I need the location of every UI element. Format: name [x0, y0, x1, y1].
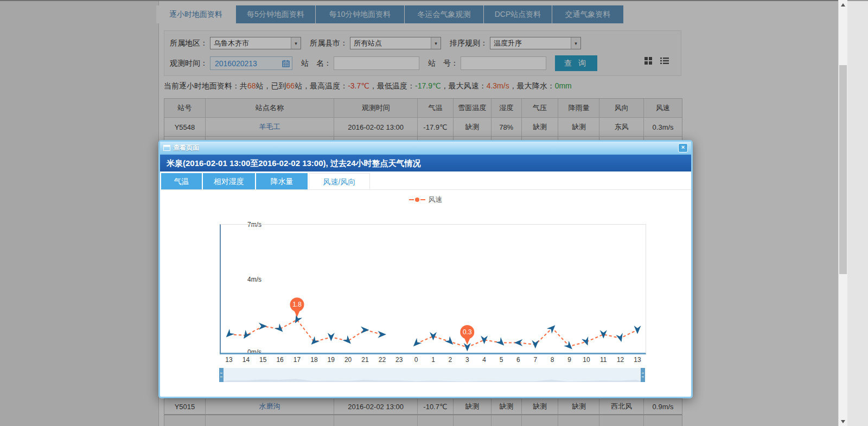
window-icon — [163, 145, 170, 151]
x-axis-tick: 22 — [374, 356, 390, 364]
svg-text:1.8: 1.8 — [292, 301, 302, 308]
tab-relative-humidity[interactable]: 相对湿度 — [203, 173, 255, 189]
wind-direction-arrow — [342, 335, 353, 346]
x-axis-tick: 13 — [221, 356, 237, 364]
wind-direction-arrow — [224, 329, 234, 340]
x-axis-tick: 14 — [238, 356, 254, 364]
wind-chart-svg: 1.80.3 — [221, 225, 646, 353]
x-axis-tick: 13 — [629, 356, 646, 364]
wind-direction-arrow — [582, 336, 591, 347]
wind-direction-arrow — [634, 326, 641, 334]
dialog-title: 查看页面 — [173, 143, 199, 152]
wind-speed-chart: 1.80.3 — [220, 224, 646, 354]
scroll-down-icon — [841, 420, 845, 423]
data-zoom-slider[interactable] — [220, 368, 644, 382]
x-axis-tick: 2 — [442, 356, 458, 364]
wind-direction-arrow — [328, 333, 335, 341]
dialog-titlebar[interactable]: 查看页面 × — [160, 142, 691, 155]
legend-marker — [409, 198, 425, 202]
wind-direction-arrow — [309, 336, 320, 347]
x-axis-tick: 11 — [595, 356, 611, 364]
x-axis-tick: 6 — [510, 356, 526, 364]
x-axis-tick: 1 — [425, 356, 442, 364]
view-page-dialog: 查看页面 × 米泉(2016-02-01 13:00至2016-02-02 13… — [158, 140, 693, 398]
x-axis-tick: 16 — [272, 356, 288, 364]
close-icon[interactable]: × — [678, 143, 688, 152]
chart-legend[interactable]: 风速 — [160, 195, 691, 205]
wind-direction-arrow — [600, 330, 607, 339]
x-axis-tick: 0 — [408, 356, 424, 364]
x-axis-tick: 19 — [323, 356, 339, 364]
wind-direction-arrow — [378, 331, 386, 338]
wind-direction-arrow — [445, 336, 456, 347]
x-axis-tick: 21 — [357, 356, 373, 364]
wind-direction-arrow — [275, 323, 285, 334]
data-zoom-left-handle[interactable] — [219, 368, 224, 382]
x-axis-tick: 9 — [561, 356, 578, 364]
x-axis-tick: 17 — [289, 356, 305, 364]
x-axis-tick: 18 — [306, 356, 322, 364]
x-axis-tick: 5 — [493, 356, 509, 364]
x-axis-tick: 20 — [340, 356, 356, 364]
x-axis-tick: 3 — [459, 356, 475, 364]
scrollbar-thumb[interactable] — [839, 65, 847, 274]
x-axis-tick: 4 — [476, 356, 493, 364]
x-axis-tick: 10 — [578, 356, 595, 364]
wind-direction-arrow — [411, 338, 422, 349]
wind-direction-arrow — [532, 340, 539, 349]
data-zoom-preview — [220, 368, 644, 382]
scroll-down-button[interactable] — [839, 417, 847, 426]
scroll-up-button[interactable] — [839, 0, 847, 9]
x-axis-tick: 15 — [255, 356, 271, 364]
wind-direction-arrow — [430, 332, 437, 341]
x-axis-tick: 12 — [612, 356, 629, 364]
x-axis-tick: 23 — [391, 356, 407, 364]
scroll-up-icon — [841, 3, 845, 7]
x-axis-labels: 1314151617181920212223012345678910111213 — [221, 356, 646, 365]
wind-direction-arrow — [241, 330, 252, 341]
tab-temperature[interactable]: 气温 — [161, 173, 202, 189]
dialog-banner: 米泉(2016-02-01 13:00至2016-02-02 13:00), 过… — [160, 155, 691, 171]
tab-wind-speed-direction[interactable]: 风速/风向 — [309, 173, 370, 189]
svg-text:0.3: 0.3 — [463, 328, 472, 336]
tab-precipitation[interactable]: 降水量 — [256, 173, 308, 189]
legend-label: 风速 — [429, 195, 443, 205]
wind-direction-arrow — [259, 323, 267, 330]
vertical-scrollbar[interactable] — [838, 0, 847, 426]
x-axis-tick: 8 — [544, 356, 560, 364]
wind-direction-arrow — [616, 333, 625, 343]
x-axis-tick: 7 — [527, 356, 544, 364]
wind-direction-arrow — [514, 339, 523, 346]
dialog-tab-bar: 气温 相对湿度 降水量 风速/风向 — [161, 173, 691, 190]
data-zoom-right-handle[interactable] — [641, 368, 645, 382]
wind-direction-arrow — [361, 326, 369, 333]
